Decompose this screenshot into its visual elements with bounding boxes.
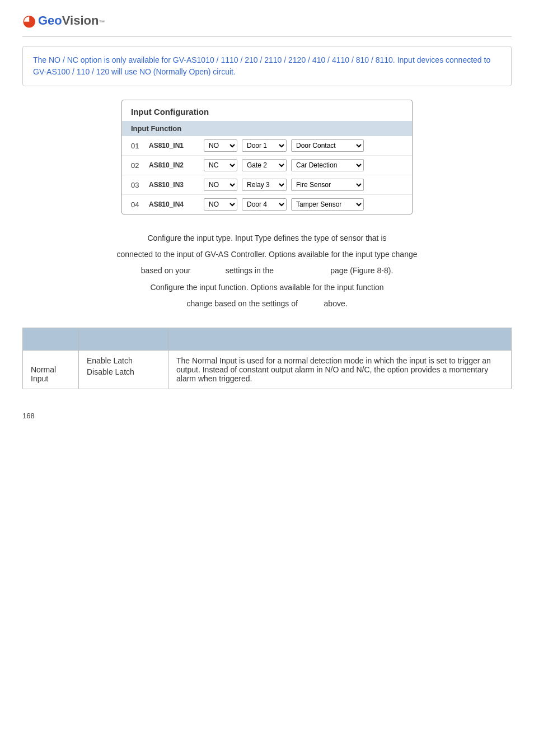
desc-line3-end: page (Figure 8-8).: [330, 266, 393, 275]
row-num-3: 03: [131, 181, 144, 189]
row-input-select-1[interactable]: Door 1: [242, 139, 287, 152]
row-input-select-3[interactable]: Relay 3: [242, 179, 287, 191]
bottom-table: Normal Input Enable Latch Disable Latch …: [22, 328, 512, 389]
info-box: The NO / NC option is only available for…: [22, 46, 512, 86]
row-input-select-2[interactable]: Gate 2: [242, 159, 287, 171]
config-panel-title: Input Configuration: [122, 100, 412, 121]
row-name-2: AS810_IN2: [149, 161, 199, 169]
table-cell-description: The Normal Input is used for a normal de…: [168, 350, 512, 389]
description-section: Configure the input type. Input Type def…: [22, 231, 512, 311]
row-type-select-4[interactable]: NO NC: [204, 198, 237, 211]
logo-icon: ◕: [22, 11, 36, 30]
desc-line3-start: based on your: [141, 266, 191, 275]
normal-input-description: The Normal Input is used for a normal de…: [176, 356, 491, 383]
row-type-select-1[interactable]: NO NC: [204, 139, 237, 152]
desc-line3: based on your settings in the page (Figu…: [22, 264, 512, 278]
row-name-1: AS810_IN1: [149, 142, 199, 150]
row-function-select-4[interactable]: Tamper Sensor: [291, 198, 364, 211]
table-header-3: [168, 328, 512, 350]
config-row-3: 03 AS810_IN3 NO NC Relay 3 Fire Sensor: [122, 175, 412, 195]
logo-area: ◕ GeoVision™: [22, 11, 512, 37]
page-number: 168: [22, 412, 512, 420]
table-cell-options: Enable Latch Disable Latch: [79, 350, 168, 389]
table-cell-type: Normal Input: [23, 350, 79, 389]
desc-line4: Configure the input function. Options av…: [22, 281, 512, 295]
row-function-select-1[interactable]: Door Contact: [291, 139, 364, 152]
row-input-select-4[interactable]: Door 4: [242, 198, 287, 211]
table-row: Normal Input Enable Latch Disable Latch …: [23, 350, 512, 389]
desc-line1: Configure the input type. Input Type def…: [22, 231, 512, 245]
desc-line3-mid: settings in the: [226, 266, 274, 275]
row-name-4: AS810_IN4: [149, 200, 199, 208]
config-row-4: 04 AS810_IN4 NO NC Door 4 Tamper Sensor: [122, 195, 412, 214]
row-function-select-2[interactable]: Car Detection: [291, 159, 364, 171]
info-box-text: The NO / NC option is only available for…: [33, 55, 490, 76]
config-row-1: 01 AS810_IN1 NO NC Door 1 Door Contact: [122, 136, 412, 156]
config-panel: Input Configuration Input Function 01 AS…: [121, 100, 413, 214]
row-num-2: 02: [131, 161, 144, 170]
normal-input-label: Normal Input: [31, 365, 56, 383]
row-name-3: AS810_IN3: [149, 181, 199, 189]
config-panel-subtitle: Input Function: [122, 121, 412, 136]
row-num-1: 01: [131, 142, 144, 150]
desc-line5: change based on the settings of above.: [22, 297, 512, 311]
row-type-select-2[interactable]: NO NC: [204, 159, 237, 171]
logo-text: GeoVision™: [38, 13, 105, 28]
config-row-2: 02 AS810_IN2 NO NC Gate 2 Car Detection: [122, 156, 412, 175]
desc-line2: connected to the input of GV-AS Controll…: [22, 248, 512, 262]
enable-latch-option: Enable Latch: [87, 356, 160, 365]
row-function-select-3[interactable]: Fire Sensor: [291, 179, 364, 191]
row-type-select-3[interactable]: NO NC: [204, 179, 237, 191]
desc-line5-end: above.: [324, 299, 348, 308]
row-num-4: 04: [131, 200, 144, 209]
desc-line5-start: change based on the settings of: [186, 299, 297, 308]
table-header-1: [23, 328, 79, 350]
config-rows-container: 01 AS810_IN1 NO NC Door 1 Door Contact 0…: [122, 136, 412, 214]
disable-latch-option: Disable Latch: [87, 367, 160, 376]
table-header-2: [79, 328, 168, 350]
latch-options: Enable Latch Disable Latch: [87, 356, 160, 376]
